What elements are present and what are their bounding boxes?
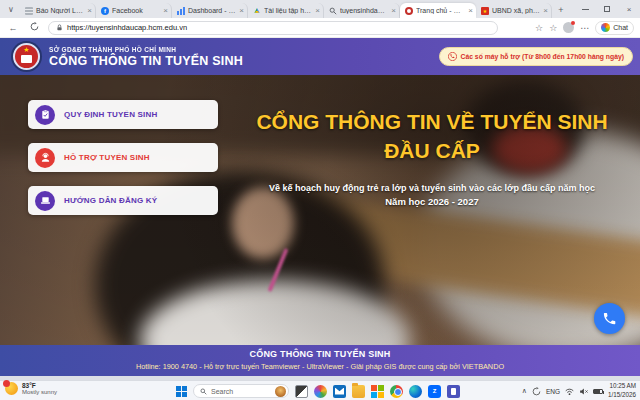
- weather-widget[interactable]: 83°F Mostly sunny: [5, 382, 57, 395]
- url-bar[interactable]: https://tuyensinhdaucap.hcm.edu.vn: [48, 21, 498, 35]
- phone-icon: [448, 52, 457, 61]
- weather-condition: Mostly sunny: [22, 389, 57, 395]
- tab-close-icon[interactable]: ×: [468, 6, 473, 15]
- org-name: SỞ GD&ĐT THÀNH PHỐ HỒ CHÍ MINH: [49, 46, 243, 53]
- file-explorer-icon[interactable]: [352, 385, 365, 398]
- site-footer: CỔNG THÔNG TIN TUYỂN SINH Hotline: 1900 …: [0, 345, 640, 376]
- support-agent-icon: [35, 148, 55, 168]
- outlook-icon[interactable]: [333, 385, 346, 398]
- support-hotline-text: Các số máy hỗ trợ (Từ 8h00 đến 17h00 hàn…: [461, 53, 624, 60]
- minimize-button[interactable]: [574, 0, 596, 18]
- battery-icon[interactable]: [593, 389, 603, 394]
- tab-close-icon[interactable]: ×: [239, 6, 244, 15]
- support-hotline-badge[interactable]: Các số máy hỗ trợ (Từ 8h00 đến 17h00 hàn…: [439, 47, 633, 66]
- chat-label: Chat: [613, 24, 628, 31]
- browser-address-bar: ← https://tuyensinhdaucap.hcm.edu.vn ☆ ☆…: [0, 18, 640, 38]
- copilot-icon[interactable]: [314, 385, 327, 398]
- task-view-icon[interactable]: [295, 385, 308, 398]
- windows-taskbar: 83°F Mostly sunny Search Z ∧ ENG 10:25 A…: [0, 380, 640, 400]
- minimize-icon: [582, 9, 589, 10]
- wifi-icon[interactable]: [565, 387, 574, 396]
- lock-icon: [56, 24, 63, 31]
- tray-time: 10:25 AM: [608, 382, 636, 391]
- address-bar-actions: ☆ ☆ ⋯ Chat: [535, 21, 640, 35]
- phone-handset-icon: [602, 311, 617, 326]
- tab-close-icon[interactable]: ×: [391, 6, 396, 15]
- tab-list-chevron-icon[interactable]: ∨: [3, 3, 19, 17]
- tab-title: Trang chủ - Cổng thô: [416, 7, 465, 14]
- back-icon[interactable]: ←: [5, 20, 21, 36]
- menu-item-ho-tro-tuyen-sinh[interactable]: HỖ TRỢ TUYỂN SINH: [28, 143, 218, 172]
- restore-button[interactable]: [596, 0, 618, 18]
- collections-star-icon[interactable]: ☆: [549, 23, 557, 33]
- tab-title: Dashboard - IMS Báo: [188, 7, 236, 14]
- edge-icon[interactable]: [409, 385, 422, 398]
- chrome-icon[interactable]: [390, 385, 403, 398]
- weather-text: 83°F Mostly sunny: [22, 382, 57, 395]
- tab-ubnd[interactable]: ★ UBND xã, phường, đ ×: [476, 3, 552, 18]
- url-text: https://tuyensinhdaucap.hcm.edu.vn: [67, 23, 187, 32]
- system-tray: ∧ ENG 10:25 AM 1/15/2026: [522, 381, 636, 400]
- hero-title-line1: CỔNG THÔNG TIN VỀ TUYỂN SINH: [232, 109, 632, 135]
- quick-menu: QUY ĐỊNH TUYỂN SINH HỖ TRỢ TUYỂN SINH HƯ…: [28, 100, 218, 229]
- footer-title: CỔNG THÔNG TIN TUYỂN SINH: [0, 349, 640, 359]
- hero-subtitle: Về kế hoạch huy động trẻ ra lớp và tuyển…: [232, 183, 632, 193]
- tray-clock[interactable]: 10:25 AM 1/15/2026: [608, 382, 636, 400]
- search-icon: [329, 7, 337, 15]
- close-button[interactable]: ×: [618, 0, 640, 18]
- site-title: CỔNG THÔNG TIN TUYỂN SINH: [49, 54, 243, 68]
- browser-tab-strip: ∨ Báo Người Lao Động × f Facebook × Dash…: [0, 0, 640, 18]
- emblem-book-icon: [21, 55, 32, 63]
- tab-facebook[interactable]: f Facebook ×: [96, 3, 172, 18]
- volume-muted-icon[interactable]: [579, 387, 588, 396]
- search-highlight-image: [275, 386, 286, 397]
- restore-icon: [604, 6, 610, 12]
- menu-label: HỖ TRỢ TUYỂN SINH: [64, 153, 150, 162]
- chat-button[interactable]: Chat: [595, 21, 634, 35]
- sync-icon[interactable]: [532, 387, 541, 396]
- tab-bao-nguoi-lao-dong[interactable]: Báo Người Lao Động ×: [20, 3, 96, 18]
- tab-dashboard-ims[interactable]: Dashboard - IMS Báo ×: [172, 3, 248, 18]
- menu-item-huong-dan-dang-ky[interactable]: HƯỚNG DẪN ĐĂNG KÝ: [28, 186, 218, 215]
- windows-start-icon[interactable]: [176, 386, 187, 397]
- weather-temp: 83°F: [22, 382, 57, 389]
- tab-tai-lieu-drive[interactable]: Tài liệu tập huấn rà s ×: [248, 3, 324, 18]
- tab-title: UBND xã, phường, đ: [492, 7, 540, 14]
- tab-close-icon[interactable]: ×: [543, 6, 548, 15]
- footer-hotline: Hotline: 1900 4740 - Hỗ trợ trực tuyến T…: [0, 362, 640, 371]
- zalo-icon[interactable]: Z: [428, 385, 441, 398]
- taskbar-search-box[interactable]: Search: [193, 384, 289, 398]
- tab-title: tuyensinhdaucap - S: [340, 7, 388, 14]
- menu-item-quy-dinh-tuyen-sinh[interactable]: QUY ĐỊNH TUYỂN SINH: [28, 100, 218, 129]
- tab-close-icon[interactable]: ×: [315, 6, 320, 15]
- laptop-icon: [35, 191, 55, 211]
- weather-sun-icon: [5, 382, 18, 395]
- new-tab-button[interactable]: +: [554, 3, 568, 17]
- tray-date: 1/15/2026: [608, 391, 636, 400]
- hero-banner: QUY ĐỊNH TUYỂN SINH HỖ TRỢ TUYỂN SINH HƯ…: [0, 75, 640, 345]
- doe-emblem-logo[interactable]: ★: [13, 43, 40, 70]
- facebook-icon: f: [101, 7, 109, 15]
- tab-trang-chu-active[interactable]: Trang chủ - Cổng thô ×: [400, 3, 476, 18]
- profile-avatar-icon[interactable]: [563, 22, 574, 33]
- hero-school-year: Năm học 2026 - 2027: [232, 196, 632, 207]
- more-menu-icon[interactable]: ⋯: [580, 23, 589, 33]
- dashboard-chart-icon: [177, 7, 185, 15]
- tab-close-icon[interactable]: ×: [163, 6, 168, 15]
- bookmark-star-icon[interactable]: ☆: [535, 23, 543, 33]
- portal-logo-icon: [405, 7, 413, 15]
- phone-contact-fab[interactable]: [594, 303, 625, 334]
- microsoft-store-icon[interactable]: [371, 385, 384, 398]
- tab-title: Facebook: [112, 7, 160, 14]
- tray-chevron-icon[interactable]: ∧: [522, 387, 527, 395]
- hero-title-line2: ĐẦU CẤP: [232, 139, 632, 163]
- language-indicator[interactable]: ENG: [546, 388, 560, 395]
- clipboard-check-icon: [35, 105, 55, 125]
- search-label: Search: [211, 388, 271, 395]
- tab-close-icon[interactable]: ×: [87, 6, 92, 15]
- tab-search-tuyensinhdaucap[interactable]: tuyensinhdaucap - S ×: [324, 3, 400, 18]
- reload-icon[interactable]: [26, 20, 42, 36]
- teams-icon[interactable]: [447, 385, 460, 398]
- site-header-text: SỞ GD&ĐT THÀNH PHỐ HỒ CHÍ MINH CỔNG THÔN…: [49, 46, 243, 68]
- taskbar-center: Search Z: [176, 381, 460, 400]
